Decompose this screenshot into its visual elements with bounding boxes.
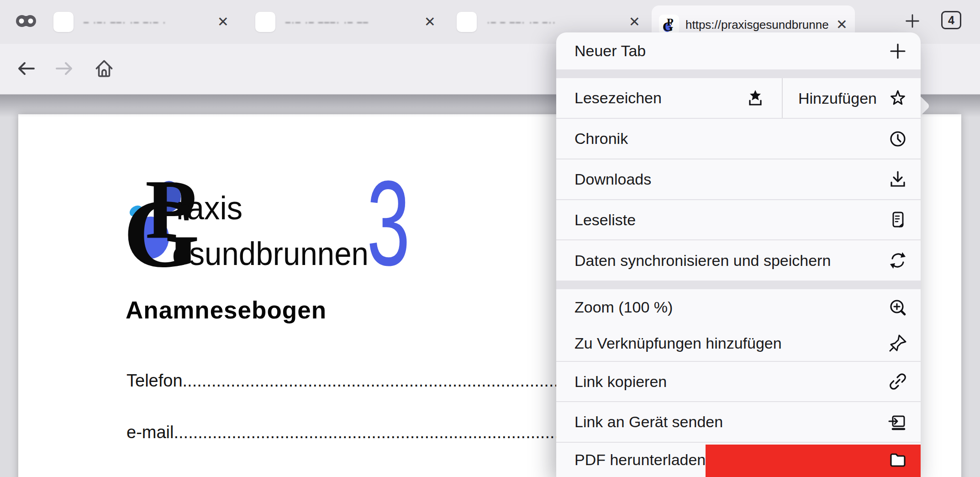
menu-item-pdf-herunterladen[interactable]: PDF herunterladen — [556, 442, 921, 477]
download-icon — [887, 169, 909, 191]
tab-2-favicon — [255, 12, 275, 32]
plus-icon — [887, 40, 909, 62]
menu-item-leseliste[interactable]: Leseliste — [556, 199, 921, 239]
tab-1[interactable]: – ·–· ––· ·– –·– · ✕ — [42, 0, 232, 44]
menu-item-chronik[interactable]: Chronik — [556, 118, 921, 159]
tab-3-title: ·– – ––· ·– –·· — [487, 17, 620, 27]
reading-list-icon — [887, 209, 909, 231]
menu-item-link-kopieren[interactable]: Link kopieren — [556, 361, 921, 401]
menu-section-divider — [556, 69, 921, 78]
menu-item-neuer-tab[interactable]: Neuer Tab — [556, 32, 921, 69]
active-tab-close-icon[interactable]: ✕ — [833, 16, 850, 33]
pin-icon — [887, 332, 909, 354]
menu-section-divider — [556, 281, 921, 289]
copy-link-icon — [887, 371, 909, 392]
tab-count-button[interactable]: 4 — [941, 11, 961, 29]
tab-3-favicon — [457, 12, 477, 32]
private-browsing-mask-icon — [15, 10, 37, 32]
svg-text:3: 3 — [367, 172, 410, 270]
menu-item-link-senden[interactable]: Link an Gerät senden — [556, 401, 921, 442]
forward-button[interactable] — [52, 56, 78, 81]
email-label: e-mail — [126, 423, 174, 442]
menu-panel: Neuer Tab Lesezeichen Hinzufügen — [556, 32, 921, 477]
plus-icon — [903, 12, 922, 30]
tab-2-close-icon[interactable]: ✕ — [422, 13, 438, 31]
tab-count-value: 4 — [948, 14, 954, 27]
menu-cell-divider — [782, 78, 783, 118]
new-tab-button[interactable] — [901, 9, 924, 33]
zoom-in-icon — [887, 297, 909, 318]
tab-2[interactable]: –·– ·– –––· ·– –– ✕ — [247, 0, 438, 44]
svg-text:raxis: raxis — [176, 190, 242, 226]
praxis-gesundbrunnen-logo: P G raxis esundbrunnen 3 — [123, 172, 416, 270]
menu-item-sync[interactable]: Daten synchronisieren und speichern — [556, 239, 921, 281]
home-button[interactable] — [91, 56, 117, 81]
tab-1-favicon — [53, 12, 74, 32]
clock-icon — [887, 128, 909, 150]
menu-item-verknuepfungen[interactable]: Zu Verknüpfungen hinzufügen — [556, 325, 921, 361]
menu-item-lesezeichen[interactable]: Lesezeichen Hinzufügen — [556, 78, 921, 118]
active-tab-title: https://praxisgesundbrunne — [685, 18, 833, 32]
back-arrow-icon — [15, 58, 37, 80]
tab-1-title: – ·–· ––· ·– –·– · — [84, 17, 208, 27]
sync-icon — [887, 249, 909, 271]
bookmarks-star-tray-icon — [744, 87, 766, 109]
forward-arrow-icon — [54, 58, 76, 80]
document-heading: Anamnesebogen — [126, 296, 327, 324]
folder-icon — [887, 449, 909, 471]
menu-item-downloads[interactable]: Downloads — [556, 159, 921, 199]
browser-main-menu: Neuer Tab Lesezeichen Hinzufügen — [556, 32, 921, 477]
back-button[interactable] — [13, 56, 38, 81]
menu-item-hinzufuegen[interactable]: Hinzufügen — [798, 89, 877, 107]
active-tab-favicon-praxis-logo: G P — [659, 15, 679, 35]
svg-text:P: P — [667, 16, 674, 28]
star-outline-icon — [887, 87, 909, 109]
tab-2-title: –·– ·– –––· ·– –– — [285, 17, 415, 27]
home-icon — [93, 57, 116, 80]
svg-text:esundbrunnen: esundbrunnen — [172, 235, 369, 270]
menu-item-zoom[interactable]: Zoom (100 %) — [556, 289, 921, 325]
send-to-device-icon — [887, 411, 909, 433]
tab-1-close-icon[interactable]: ✕ — [215, 13, 232, 31]
telefon-label: Telefon — [126, 371, 183, 390]
tab-3-close-icon[interactable]: ✕ — [626, 13, 643, 31]
